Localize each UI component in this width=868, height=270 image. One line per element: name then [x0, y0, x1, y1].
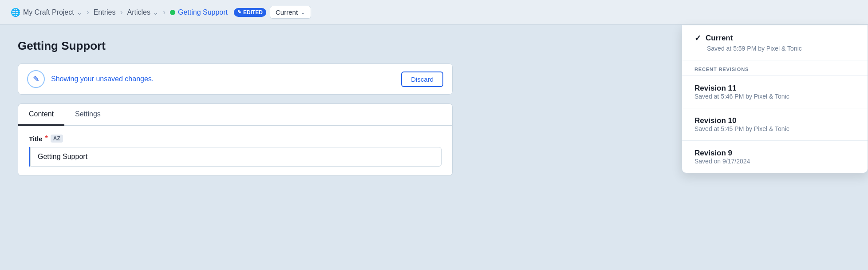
chevron-down-icon: ⌄ [300, 9, 305, 16]
active-entry-label: Getting Support [178, 8, 228, 16]
nav-active-entry[interactable]: Getting Support [168, 8, 229, 16]
nav-project[interactable]: 🌐 My Craft Project ⌄ [9, 8, 84, 17]
nav-separator-2: › [120, 8, 122, 17]
project-chevron-icon: ⌄ [77, 9, 82, 16]
content-tabs-panel: Content Settings [18, 103, 453, 126]
revision-11-title: Revision 11 [694, 84, 855, 93]
edited-badge-label: EDITED [243, 9, 263, 16]
nav-entries[interactable]: Entries [92, 8, 118, 16]
discard-button[interactable]: Discard [401, 71, 443, 87]
tab-settings-label: Settings [75, 110, 101, 118]
dropdown-current-item[interactable]: ✓ Current Saved at 5:59 PM by Pixel & To… [682, 25, 868, 60]
current-btn-label: Current [276, 8, 298, 16]
edited-badge: ✎ EDITED [234, 8, 266, 17]
dropdown-revision-11[interactable]: Revision 11 Saved at 5:46 PM by Pixel & … [682, 76, 868, 108]
unsaved-message: Showing your unsaved changes. [51, 75, 395, 83]
current-revision-button[interactable]: Current ⌄ [270, 6, 311, 19]
title-input[interactable] [30, 147, 442, 167]
tab-content[interactable]: Content [18, 104, 64, 126]
selected-checkmark-icon: ✓ [694, 33, 701, 43]
nav-articles[interactable]: Articles ⌄ [125, 8, 160, 16]
required-star-icon: * [45, 135, 48, 143]
articles-label: Articles [127, 8, 150, 16]
articles-chevron-icon: ⌄ [153, 9, 158, 16]
revision-10-title: Revision 10 [694, 116, 855, 125]
revision-11-subtitle: Saved at 5:46 PM by Pixel & Tonic [694, 93, 855, 100]
title-field-label: Title * AZ [29, 135, 442, 143]
title-label-text: Title [29, 135, 43, 143]
dropdown-revision-9[interactable]: Revision 9 Saved on 9/17/2024 [682, 141, 868, 173]
unsaved-changes-banner: ✎ Showing your unsaved changes. Discard [18, 64, 453, 95]
tab-settings[interactable]: Settings [64, 104, 111, 126]
tab-content-label: Content [29, 110, 54, 118]
revision-9-title: Revision 9 [694, 149, 855, 158]
revision-dropdown-panel: ✓ Current Saved at 5:59 PM by Pixel & To… [682, 25, 868, 173]
title-input-wrapper [29, 147, 442, 167]
globe-icon: 🌐 [11, 8, 20, 17]
entries-label: Entries [94, 8, 116, 16]
revision-10-subtitle: Saved at 5:45 PM by Pixel & Tonic [694, 125, 855, 132]
edited-icon: ✎ [237, 9, 241, 15]
current-revision-subtitle: Saved at 5:59 PM by Pixel & Tonic [694, 45, 855, 52]
project-label: My Craft Project [23, 8, 74, 16]
nav-separator-1: › [87, 8, 89, 17]
entry-status-dot [170, 10, 175, 15]
pencil-icon: ✎ [27, 70, 45, 88]
field-area: Title * AZ [18, 126, 453, 176]
current-revision-title: Current [706, 34, 733, 43]
top-navigation: 🌐 My Craft Project ⌄ › Entries › Article… [0, 0, 868, 25]
tabs-row: Content Settings [18, 104, 452, 126]
nav-separator-3: › [163, 8, 166, 17]
translation-badge: AZ [51, 135, 63, 143]
revision-9-subtitle: Saved on 9/17/2024 [694, 158, 855, 165]
recent-revisions-header: RECENT REVISIONS [682, 60, 868, 76]
dropdown-revision-10[interactable]: Revision 10 Saved at 5:45 PM by Pixel & … [682, 108, 868, 141]
